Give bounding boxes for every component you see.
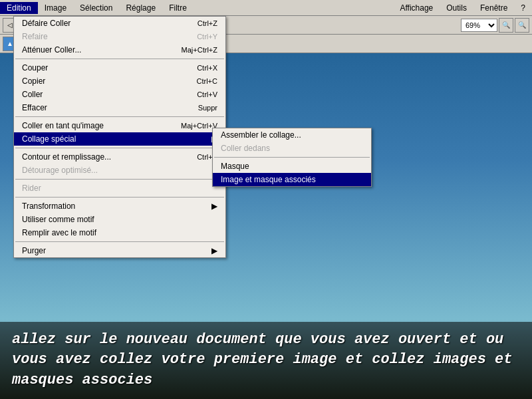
menu-rider[interactable]: Rider bbox=[14, 182, 225, 195]
submenu-assembler[interactable]: Assembler le collage... bbox=[213, 128, 371, 142]
menu-reglage[interactable]: Réglage bbox=[119, 2, 162, 14]
separator-1 bbox=[15, 59, 224, 59]
separator-3 bbox=[15, 148, 224, 148]
submenu-coller-dedans[interactable]: Coller dedans bbox=[213, 142, 371, 155]
menu-refaire[interactable]: Refaire Ctrl+Y bbox=[14, 30, 225, 43]
purger-arrow: ▶ bbox=[211, 246, 217, 255]
collage-submenu: Assembler le collage... Coller dedans Ma… bbox=[212, 128, 372, 187]
menu-remplir-motif[interactable]: Remplir avec le motif bbox=[14, 226, 225, 239]
menu-couper[interactable]: Couper Ctrl+X bbox=[14, 61, 225, 74]
menu-contour[interactable]: Contour et remplissage... Ctrl+B bbox=[14, 150, 225, 164]
edition-menu: Défaire Coller Ctrl+Z Refaire Ctrl+Y Att… bbox=[13, 16, 226, 258]
menu-coller[interactable]: Coller Ctrl+V bbox=[14, 88, 225, 101]
menu-selection[interactable]: Sélection bbox=[73, 2, 119, 14]
menu-coller-image[interactable]: Coller en tant qu'image Maj+Ctrl+V bbox=[14, 119, 225, 132]
menu-copier[interactable]: Copier Ctrl+C bbox=[14, 74, 225, 88]
separator-4 bbox=[15, 179, 224, 180]
zoom-in-btn[interactable]: 🔍 bbox=[499, 18, 513, 33]
menu-purger[interactable]: Purger ▶ bbox=[14, 244, 225, 257]
separator-5 bbox=[15, 197, 224, 198]
menu-attenuer[interactable]: Atténuer Coller... Maj+Ctrl+Z bbox=[14, 43, 225, 57]
menu-affichage[interactable]: Affichage bbox=[393, 2, 440, 14]
submenu-masque[interactable]: Masque bbox=[213, 160, 371, 173]
zoom-control[interactable]: 25% 50% 69% 100% 200% bbox=[461, 19, 497, 32]
submenu-image-masque[interactable]: Image et masque associés bbox=[213, 173, 371, 186]
menu-defaire[interactable]: Défaire Coller Ctrl+Z bbox=[14, 17, 225, 30]
separator-2 bbox=[15, 116, 224, 117]
zoom-out-btn[interactable]: 🔍 bbox=[515, 18, 529, 33]
zoom-select[interactable]: 25% 50% 69% 100% 200% bbox=[461, 19, 497, 32]
menu-effacer[interactable]: Effacer Suppr bbox=[14, 101, 225, 114]
submenu-separator bbox=[214, 157, 370, 158]
separator-6 bbox=[15, 241, 224, 242]
menu-transformation[interactable]: Transformation ▶ bbox=[14, 200, 225, 213]
menu-detourage[interactable]: Détourage optimisé... bbox=[14, 164, 225, 177]
menu-collage-special[interactable]: Collage spécial ▶ bbox=[14, 132, 225, 146]
transformation-arrow: ▶ bbox=[211, 201, 217, 211]
menu-image[interactable]: Image bbox=[38, 2, 73, 14]
menu-edition[interactable]: Edition bbox=[0, 2, 38, 14]
menu-utiliser-motif[interactable]: Utiliser comme motif bbox=[14, 213, 225, 226]
menu-filtre[interactable]: Filtre bbox=[162, 2, 194, 14]
menu-fenetre[interactable]: Fenêtre bbox=[473, 2, 514, 14]
menu-outils[interactable]: Outils bbox=[440, 2, 473, 14]
menubar: Edition Image Sélection Réglage Filtre A… bbox=[0, 0, 532, 16]
menu-help[interactable]: ? bbox=[514, 2, 532, 14]
overlay-text: allez sur le nouveau document que vous a… bbox=[0, 322, 532, 399]
